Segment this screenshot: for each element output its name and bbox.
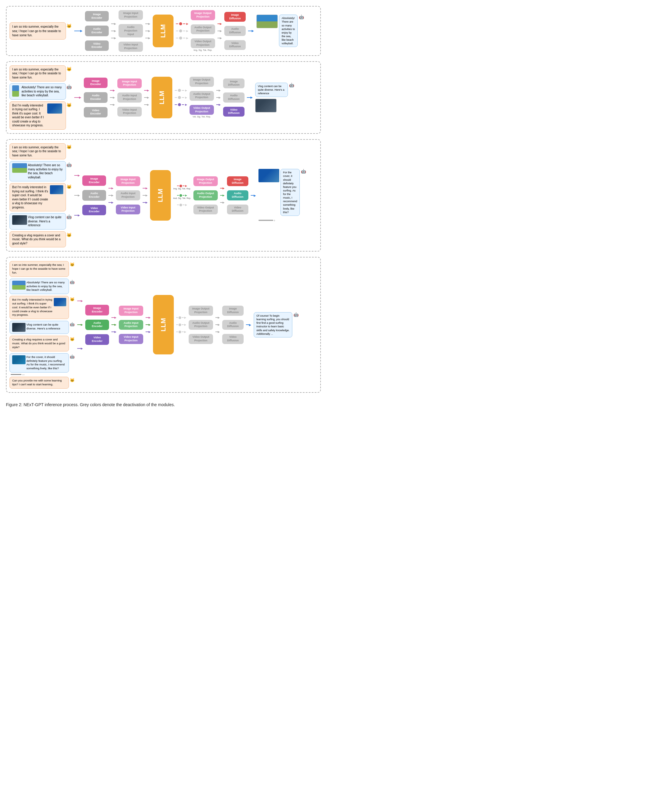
- arrows-enc-proj-1: ▶ ▶ ▶: [111, 22, 116, 40]
- img-diff-1: Image Diffusion: [224, 12, 246, 22]
- bot-icon-2: 🤖: [289, 82, 294, 87]
- vid-input-proj-4: Video Input Projection: [119, 334, 143, 344]
- vid-out-proj-2: Video Output Projection: [190, 105, 214, 115]
- arr-img-llm-1: ▶: [145, 22, 150, 25]
- signal-col-2: ▶ ▶ ▶: [175, 89, 187, 106]
- output-bubble-4: Of course! To begin learning surfing, yo…: [254, 312, 292, 337]
- video-encoder-3: Video Encoder: [82, 205, 106, 215]
- arr-aud-diff-1: ▶: [218, 29, 222, 32]
- audio-line-4: —: [9, 373, 75, 376]
- bot-icon-4-3: 🤖: [70, 354, 75, 359]
- output-col-4: Of course! To begin learning surfing, yo…: [254, 312, 298, 337]
- arr-img-diff-3: ▶: [220, 187, 225, 190]
- dot-green-3: [180, 194, 182, 197]
- aud-input-proj-3: Audio Input Projection: [116, 190, 140, 200]
- arrow-diff-out-2: ▶: [247, 96, 253, 99]
- arrow-diff-out-4: ▶: [246, 323, 251, 327]
- arr-img-diff-2: ▶: [216, 89, 221, 92]
- bot-text-2-1: Absolutely! There are so many activities…: [21, 85, 63, 98]
- bot-bubble-4-1: Absolutely! There are so many activities…: [9, 279, 69, 294]
- arr-vid-diff-1: ▶: [218, 37, 222, 40]
- chat-img-beach-2: [12, 85, 19, 97]
- arrows-outproj-diff-4: ▶ ▶ ▶: [215, 316, 220, 333]
- user-icon-4-1: 🐱: [70, 262, 75, 267]
- vid-out-proj-1: Video Output Projection: [191, 38, 215, 48]
- aud-diff-2: Audio Diffusion: [223, 93, 245, 102]
- panel-1: I am so into summer, especially the sea;…: [6, 6, 321, 56]
- output-row-2: Vlog content can be quite diverse. Here'…: [255, 82, 294, 97]
- h-line-1: [74, 31, 80, 31]
- bot-bubble-3-2: Vlog content can be quite diverse. Here'…: [9, 213, 66, 229]
- arr-vid-diff-2: ▶: [216, 103, 221, 106]
- bot-bubble-4-2: Vlog content can be quite diverse. Here'…: [9, 321, 69, 334]
- img-diff-3: Image Diffusion: [227, 176, 248, 186]
- arr-chat-vid-4: ▶: [77, 347, 83, 350]
- dot-grey-aud-4: [178, 324, 181, 326]
- image-encoder-4: Image Encoder: [85, 305, 109, 315]
- user-bubble-1-1: I am so into summer, especially the sea;…: [9, 22, 66, 40]
- arrows-enc-proj-2: ▶ ▶ ▶: [110, 89, 115, 106]
- bot-icon-4-2: 🤖: [70, 322, 75, 327]
- output-row-4: Of course! To begin learning surfing, yo…: [254, 312, 298, 337]
- signal-col-1: ▶ ▶ ▶: [176, 22, 188, 40]
- output-img-2: [255, 99, 277, 112]
- bot-text-4-1: Absolutely! There are so many activities…: [26, 281, 66, 292]
- arr-aud-2: ▶: [110, 96, 115, 99]
- chat-img-cover-4: [12, 355, 26, 364]
- sig-img-2: ▶: [175, 89, 187, 92]
- output-col-3: For the cover, it should definitely feat…: [259, 169, 306, 222]
- img-out-proj-1: Image Output Projection: [191, 10, 215, 20]
- arr-aud-llm-1: ▶: [145, 29, 150, 32]
- aud-diff-4: Audio Diffusion: [222, 320, 244, 330]
- arr-chat-vid-3: ▶: [74, 214, 80, 217]
- bot-icon-3: 🤖: [301, 169, 306, 174]
- user-text-3-2: But I'm really interested in trying out …: [12, 185, 49, 209]
- diffusion-col-1: Image Diffusion Audio Diffusion Video Di…: [224, 12, 246, 50]
- dot-grey-aud-1: [179, 29, 182, 32]
- dot-grey-vid-4: [178, 331, 181, 333]
- audio-encoder-1: Audio Encoder: [85, 26, 109, 36]
- user-text-4-2: But I'm really interested in trying out …: [12, 298, 53, 317]
- chat-img-surf-3: [50, 185, 63, 194]
- user-icon-2-2: 🐱: [67, 102, 72, 108]
- chat-column-1: I am so into summer, especially the sea;…: [9, 22, 72, 40]
- user-bubble-2-1: I am so into summer, especially the sea;…: [9, 66, 66, 82]
- aud-diff-3: Audio Diffusion: [227, 190, 248, 200]
- img-out-proj-2: Image Output Projection: [190, 77, 214, 87]
- arr-vid-llm-3: ▶: [143, 201, 148, 204]
- out-proj-col-3: Image Output Projection Audio Output Pro…: [193, 176, 218, 214]
- chat-img-vlog-4: [12, 323, 26, 332]
- image-encoder-3: Image Encoder: [82, 176, 106, 186]
- dot-grey-img-2: [178, 89, 181, 92]
- arr-vid-llm-1: ▶: [145, 37, 150, 40]
- arrows-chat-enc-3: ▶ ▶ ▶: [74, 166, 80, 225]
- video-encoder-2: Video Encoder: [84, 107, 108, 118]
- img-diff-4: Image Diffusion: [222, 306, 244, 316]
- input-proj-col-1: Image Input Projection Audio Projection …: [119, 10, 143, 52]
- chat-column-4: I am so into summer, especially the sea;…: [9, 261, 75, 388]
- audio-encoder-4: Audio Encoder: [85, 320, 109, 330]
- user-text-1-1: I am so into summer, especially the sea;…: [12, 25, 61, 37]
- arr-aud-enc-3: ▶: [108, 194, 114, 197]
- bot-text-3-2: Vlog content can be quite diverse. Here'…: [28, 215, 63, 227]
- bot-icon-1: 🤖: [299, 15, 304, 19]
- panel-3: I am so into summer, especially the sea;…: [6, 139, 321, 252]
- arr-chat-aud-3: ▶: [74, 194, 80, 197]
- image-encoder-1: Image Encoder: [85, 11, 109, 21]
- sig-vid-3: ▶: [177, 203, 187, 206]
- img-out-proj-3: Image Output Projection: [193, 176, 218, 186]
- arrows-outproj-diff-2: ▶ ▶ ▶: [216, 89, 221, 106]
- img-input-proj-1: Image Input Projection: [119, 10, 143, 20]
- sig-aud-2: ▶: [175, 96, 187, 99]
- encoder-col-3: Image Encoder Audio Encoder Video Encode…: [82, 176, 106, 215]
- bot-text-4-2: Vlog content can be quite diverse. Here'…: [26, 323, 66, 331]
- vid-out-proj-3: Video Output Projection: [193, 205, 218, 214]
- arr-chat-img-3: ▶: [74, 174, 80, 177]
- aud-input-proj-1: Audio Projection Input: [119, 24, 143, 37]
- input-proj-col-2: Image Input Projection Audio Input Proje…: [117, 78, 142, 116]
- user-icon-1: 🐱: [67, 23, 72, 29]
- out-proj-area-1: Image Output Projection Audio Output Pro…: [191, 10, 215, 52]
- arr-img-llm-4: ▶: [146, 316, 151, 319]
- arr-img-llm-2: ▶: [144, 89, 149, 92]
- vid-input-proj-1: Video Input Projection: [119, 42, 143, 52]
